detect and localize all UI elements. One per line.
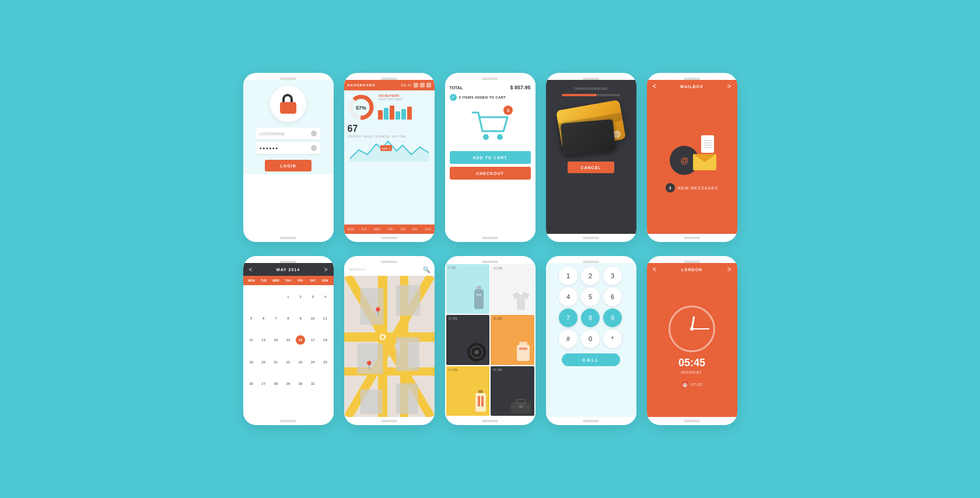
dialer-key-1[interactable]: 1 (559, 266, 578, 285)
phone-home-btn[interactable] (684, 237, 700, 239)
dialer-key-#[interactable]: # (559, 329, 578, 348)
phone-home-btn[interactable] (280, 237, 296, 239)
dialer-key-2[interactable]: 2 (581, 266, 600, 285)
phone-shop: 8.70$ 14.95$ (445, 256, 536, 425)
cal-day-18[interactable]: 18 (320, 335, 330, 345)
dialer-key-6[interactable]: 6 (603, 287, 622, 306)
phone-home-btn[interactable] (280, 420, 296, 422)
phone-home-btn[interactable] (482, 420, 498, 422)
card-container (556, 101, 626, 153)
cal-day-19[interactable]: 19 (247, 357, 256, 367)
next-arrow[interactable]: > (727, 82, 731, 90)
cart-badge-wrapper: 3 (470, 108, 510, 145)
phones-row-1: USERNAME •••••• LOGIN DASHBOARD (243, 73, 737, 242)
cal-day-20[interactable]: 20 (259, 357, 268, 367)
cal-day-24[interactable]: 24 (308, 357, 317, 367)
footer-sun: SUN (425, 227, 431, 231)
items-added-row: ✓ 3 ITEMS ADDED TO CART (450, 94, 531, 101)
cal-dow-sat: SAT (307, 279, 318, 282)
phone-home-btn[interactable] (684, 420, 700, 422)
lock-circle (270, 86, 306, 122)
svg-rect-17 (474, 289, 484, 309)
cal-day-16[interactable]: 16 (296, 335, 305, 345)
dialer-key-0[interactable]: 0 (581, 329, 600, 348)
login-button[interactable]: LOGIN (265, 160, 312, 171)
dialer-key-7[interactable]: 7 (559, 308, 578, 327)
cal-day-21[interactable]: 21 (271, 357, 281, 367)
clock-day-display: MONDAY (681, 370, 702, 374)
prev-arrow[interactable]: < (653, 82, 657, 90)
cal-day-11[interactable]: 11 (320, 314, 330, 323)
cal-day-17[interactable]: 17 (308, 335, 317, 345)
cal-day-4[interactable]: 4 (320, 292, 330, 301)
phone-login: USERNAME •••••• LOGIN (243, 73, 334, 242)
map-search-bar[interactable]: SEARCH 🔍 (344, 263, 435, 276)
checkmark: ✓ (452, 95, 455, 100)
cal-day-27[interactable]: 27 (259, 379, 268, 388)
cal-day-1[interactable]: 1 (284, 292, 293, 301)
cal-day-13[interactable]: 13 (259, 335, 268, 345)
cal-day-3[interactable]: 3 (308, 292, 317, 301)
call-button[interactable]: CALL (562, 353, 620, 366)
footer-thu: THU (388, 227, 394, 231)
cal-day-23[interactable]: 23 (296, 357, 305, 367)
cal-day-2[interactable]: 2 (296, 292, 305, 301)
cart-total-row: TOTAL $ 857.95 (450, 85, 531, 90)
svg-point-7 (497, 134, 503, 140)
cal-day-12[interactable]: 12 (247, 335, 256, 345)
cal-next-arrow[interactable]: > (324, 266, 328, 273)
svg-text:57%: 57% (355, 105, 366, 111)
shop-price-4: 33.20$ (493, 317, 502, 320)
clock-prev-arrow[interactable]: < (653, 265, 657, 273)
dashboard-buyers: +93 BUYERS OVER THIS WEEK (378, 94, 431, 120)
dialer-key-3[interactable]: 3 (603, 266, 622, 285)
mail-graphic: @ (667, 134, 716, 175)
cal-day-31[interactable]: 31 (308, 379, 317, 388)
dashboard-header: DASHBOARD JUL 21 (344, 80, 435, 90)
phone-home-btn[interactable] (583, 237, 599, 239)
phone-home-btn[interactable] (381, 420, 397, 422)
cal-day-5[interactable]: 5 (247, 314, 256, 323)
cal-day-25[interactable]: 25 (320, 357, 330, 367)
cal-day-22[interactable]: 22 (284, 357, 293, 367)
cal-day-30[interactable]: 30 (296, 379, 305, 388)
cal-day-26[interactable]: 26 (247, 379, 256, 388)
cal-day-15[interactable]: 15 (284, 335, 293, 345)
cal-prev-arrow[interactable]: < (249, 266, 253, 273)
cal-day-8[interactable]: 8 (284, 314, 293, 323)
password-field[interactable]: •••••• (256, 142, 320, 154)
cal-day-28[interactable]: 28 (271, 379, 281, 388)
add-to-cart-button[interactable]: ADD TO CART (450, 151, 531, 164)
svg-rect-26 (478, 390, 483, 393)
phone-screen-transfer: TRANSFERRING CANCEL (546, 80, 636, 234)
tshirt-icon (510, 291, 531, 311)
dialer-key-*[interactable]: * (603, 329, 622, 348)
lock-small-icon (311, 145, 317, 151)
message-count-badge: 3 (666, 183, 675, 192)
svg-rect-18 (476, 294, 482, 296)
card-back (561, 119, 615, 156)
username-field[interactable]: USERNAME (256, 128, 320, 139)
cal-day-6[interactable]: 6 (259, 314, 268, 323)
at-symbol: @ (681, 156, 689, 165)
dialer-key-5[interactable]: 5 (581, 287, 600, 306)
checkout-button[interactable]: CHECKOUT (450, 167, 531, 180)
dialer-key-4[interactable]: 4 (559, 287, 578, 306)
cal-day-9[interactable]: 9 (296, 314, 305, 323)
shop-cell-5: 17.68$ (446, 366, 490, 416)
cal-day-29[interactable]: 29 (284, 379, 293, 388)
phone-dashboard: DASHBOARD JUL 21 (344, 73, 435, 242)
phone-home-btn[interactable] (381, 237, 397, 239)
cal-day-7[interactable]: 7 (271, 314, 281, 323)
cancel-button[interactable]: CANCEL (568, 162, 614, 173)
phone-home-btn[interactable] (482, 237, 498, 239)
phone-home-btn[interactable] (583, 420, 599, 422)
dialer-key-8[interactable]: 8 (581, 308, 600, 327)
cal-day-10[interactable]: 10 (308, 314, 317, 323)
phone-dialer: 123456789#0* CALL (546, 256, 636, 425)
dialer-key-9[interactable]: 9 (603, 308, 622, 327)
shop-cell-6: 45.30$ (491, 366, 534, 416)
phone-cart: TOTAL $ 857.95 ✓ 3 ITEMS ADDED TO CART (445, 73, 536, 242)
cal-day-14[interactable]: 14 (271, 335, 281, 345)
clock-next-arrow[interactable]: > (727, 265, 731, 273)
